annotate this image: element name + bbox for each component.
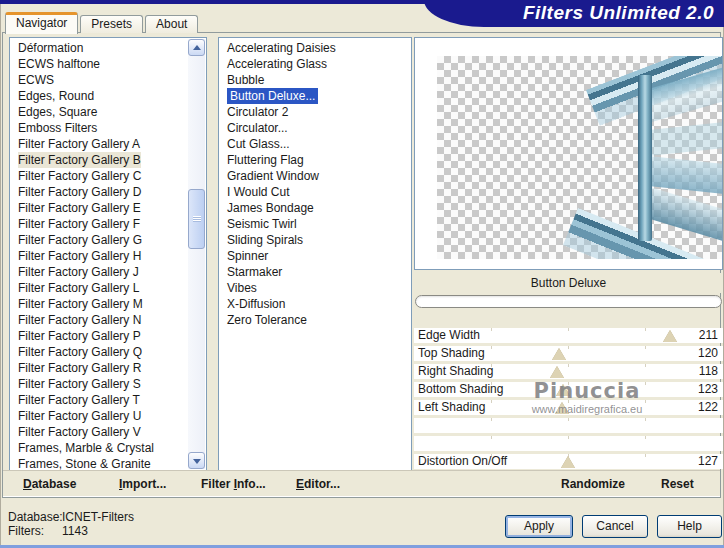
list-item[interactable]: Filter Factory Gallery L	[10, 280, 188, 296]
slider-distortion-on-off[interactable]: Distortion On/Off127	[414, 454, 723, 469]
slider-edge-width[interactable]: Edge Width211	[414, 328, 723, 343]
list-item[interactable]: X-Diffusion	[219, 296, 411, 312]
navigator-tab-page: DéformationECWS halftoneECWSEdges, Round…	[2, 32, 721, 498]
slider-thumb[interactable]	[556, 384, 570, 396]
slider-label: Left Shading	[418, 400, 485, 415]
list-item[interactable]: Filter Factory Gallery C	[10, 168, 188, 184]
category-scrollbar[interactable]	[188, 39, 205, 469]
list-item[interactable]: Filter Factory Gallery D	[10, 184, 188, 200]
import-button[interactable]: Import...	[119, 477, 166, 491]
progress-bar	[415, 295, 722, 308]
slider-top-shading[interactable]: Top Shading120	[414, 346, 723, 361]
list-item[interactable]: Filter Factory Gallery F	[10, 216, 188, 232]
status-filters-label: Filters:	[8, 524, 44, 538]
list-item[interactable]: James Bondage	[219, 200, 411, 216]
preview-image-beam	[651, 156, 722, 193]
list-item[interactable]: Emboss Filters	[10, 120, 188, 136]
list-item[interactable]: Filter Factory Gallery B	[10, 152, 188, 168]
list-item[interactable]: Circulator 2	[219, 104, 411, 120]
slider-label: Bottom Shading	[418, 382, 503, 397]
filters-unlimited-window: Filters Unlimited 2.0 NavigatorPresetsAb…	[0, 0, 724, 548]
list-item[interactable]: Filter Factory Gallery G	[10, 232, 188, 248]
list-item[interactable]: Filter Factory Gallery U	[10, 408, 188, 424]
tab-about[interactable]: About	[145, 15, 198, 33]
status-filters-value: 1143	[62, 524, 88, 538]
database-button[interactable]: Database	[23, 477, 76, 491]
list-item[interactable]: Fluttering Flag	[219, 152, 411, 168]
list-item[interactable]: Filter Factory Gallery S	[10, 376, 188, 392]
cancel-button[interactable]: Cancel	[582, 515, 648, 538]
list-item[interactable]: Bubble	[219, 72, 411, 88]
reset-button[interactable]: Reset	[661, 477, 694, 491]
list-item[interactable]: Filter Factory Gallery M	[10, 296, 188, 312]
bottom-toolbar: Database Import... Filter Info... Editor…	[3, 470, 720, 497]
status-database-value: ICNET-Filters	[62, 510, 134, 524]
list-item[interactable]: Seismic Twirl	[219, 216, 411, 232]
list-item[interactable]: Edges, Round	[10, 88, 188, 104]
scroll-up-icon[interactable]	[188, 39, 205, 56]
list-item[interactable]: ECWS halftone	[10, 56, 188, 72]
tab-navigator[interactable]: Navigator	[5, 12, 78, 34]
list-item[interactable]: Zero Tolerance	[219, 312, 411, 328]
list-item[interactable]: Circulator...	[219, 120, 411, 136]
list-item[interactable]: Gradient Window	[219, 168, 411, 184]
selected-filter-title: Button Deluxe	[414, 273, 723, 293]
slider-value: 123	[698, 382, 718, 397]
slider-right-shading[interactable]: Right Shading118	[414, 364, 723, 379]
list-item[interactable]: Filter Factory Gallery R	[10, 360, 188, 376]
list-item[interactable]: Accelerating Daisies	[219, 40, 411, 56]
list-item[interactable]: Filter Factory Gallery E	[10, 200, 188, 216]
slider-label: Edge Width	[418, 328, 480, 343]
slider-thumb[interactable]	[663, 330, 677, 342]
slider-value: 120	[698, 346, 718, 361]
list-item[interactable]: Filter Factory Gallery A	[10, 136, 188, 152]
scrollbar-thumb[interactable]	[188, 189, 205, 249]
list-item[interactable]: Vibes	[219, 280, 411, 296]
preview-image-beam	[651, 187, 722, 241]
list-item[interactable]: Starmaker	[219, 264, 411, 280]
randomize-button[interactable]: Randomize	[561, 477, 625, 491]
list-item[interactable]: Filter Factory Gallery H	[10, 248, 188, 264]
list-item[interactable]: ECWS	[10, 72, 188, 88]
category-list-items: DéformationECWS halftoneECWSEdges, Round…	[10, 40, 188, 470]
list-item[interactable]: Frames, Marble & Crystal	[10, 440, 188, 456]
apply-button[interactable]: Apply	[505, 515, 573, 538]
slider-left-shading[interactable]: Left Shading122	[414, 400, 723, 415]
slider-thumb[interactable]	[550, 366, 564, 378]
slider-thumb[interactable]	[552, 348, 566, 360]
help-button[interactable]: Help	[657, 515, 722, 538]
filter-list: Accelerating DaisiesAccelerating GlassBu…	[218, 37, 412, 471]
slider-value: 127	[698, 454, 718, 469]
list-item[interactable]: Filter Factory Gallery V	[10, 424, 188, 440]
slider-value: 122	[698, 400, 718, 415]
slider-thumb[interactable]	[555, 402, 569, 414]
list-item[interactable]: Sliding Spirals	[219, 232, 411, 248]
preview-image-beam	[651, 122, 722, 155]
editor-button[interactable]: Editor...	[296, 477, 340, 491]
tab-bar: NavigatorPresetsAbout	[5, 12, 198, 33]
list-item[interactable]: Edges, Square	[10, 104, 188, 120]
preview-panel	[414, 37, 723, 270]
list-item[interactable]: Filter Factory Gallery N	[10, 312, 188, 328]
filter-info-button[interactable]: Filter Info...	[201, 477, 266, 491]
slider-value: 211	[699, 328, 718, 343]
tab-presets[interactable]: Presets	[80, 15, 143, 33]
list-item[interactable]: Button Deluxe...	[219, 88, 411, 104]
list-item[interactable]: Filter Factory Gallery T	[10, 392, 188, 408]
list-item[interactable]: Cut Glass...	[219, 136, 411, 152]
list-item[interactable]: Accelerating Glass	[219, 56, 411, 72]
preview-image-vertical-bar	[638, 75, 652, 241]
slider-bottom-shading[interactable]: Bottom Shading123	[414, 382, 723, 397]
transparency-checkerboard	[437, 56, 722, 259]
slider-label: Right Shading	[418, 364, 493, 379]
list-item[interactable]: Déformation	[10, 40, 188, 56]
list-item[interactable]: Filter Factory Gallery P	[10, 328, 188, 344]
list-item[interactable]: I Would Cut	[219, 184, 411, 200]
scroll-down-icon[interactable]	[188, 452, 205, 469]
slider-label: Top Shading	[418, 346, 485, 361]
slider-thumb[interactable]	[561, 456, 575, 468]
list-item[interactable]: Filter Factory Gallery J	[10, 264, 188, 280]
list-item[interactable]: Frames, Stone & Granite	[10, 456, 188, 471]
list-item[interactable]: Filter Factory Gallery Q	[10, 344, 188, 360]
list-item[interactable]: Spinner	[219, 248, 411, 264]
